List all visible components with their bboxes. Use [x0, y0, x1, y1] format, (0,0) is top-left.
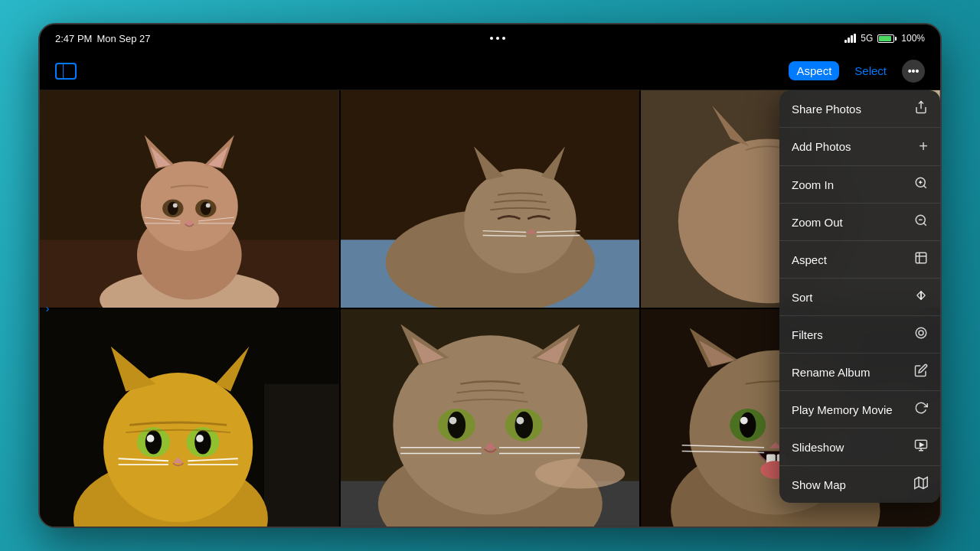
date-display: Mon Sep 27 [96, 33, 150, 44]
svg-point-110 [740, 417, 748, 425]
svg-point-89 [514, 412, 532, 439]
more-button[interactable]: ••• [902, 60, 925, 83]
menu-item-show-map[interactable]: Show Map [779, 466, 940, 503]
map-icon [914, 476, 928, 493]
dropdown-menu: Share Photos Add Photos + Zoom In [779, 90, 940, 503]
svg-point-131 [916, 328, 926, 338]
cat-photo-1 [40, 90, 339, 308]
slideshow-icon [914, 439, 928, 455]
status-left: 2:47 PM Mon Sep 27 [55, 33, 151, 44]
zoom-out-icon [914, 214, 928, 230]
svg-point-61 [147, 435, 155, 442]
signal-bar-2 [848, 37, 850, 43]
battery-fill [879, 36, 891, 41]
dot1 [490, 37, 493, 40]
select-button[interactable]: Select [848, 61, 893, 80]
show-map-label: Show Map [792, 478, 846, 491]
nav-right: Aspect Select ••• [789, 60, 925, 83]
svg-point-97 [535, 458, 625, 488]
nav-left [55, 63, 77, 80]
svg-point-132 [919, 331, 923, 335]
share-icon [914, 100, 928, 117]
signal-bars [844, 34, 856, 43]
add-icon: + [919, 138, 928, 155]
memory-icon [914, 401, 928, 418]
status-right: 5G 100% [844, 33, 925, 44]
svg-point-90 [449, 417, 456, 425]
aspect-icon [914, 251, 928, 268]
signal-bar-4 [854, 34, 856, 43]
svg-point-14 [206, 203, 211, 207]
aspect-menu-label: Aspect [792, 253, 827, 266]
svg-marker-136 [920, 443, 924, 447]
svg-rect-128 [916, 253, 926, 263]
battery-percent: 100% [901, 33, 925, 44]
svg-point-59 [145, 430, 162, 454]
sort-icon [914, 289, 928, 305]
battery-tip [895, 37, 897, 41]
cat-photo-2 [341, 90, 640, 308]
cat-photo-5 [341, 309, 640, 527]
svg-line-29 [482, 235, 526, 236]
svg-point-108 [740, 412, 756, 438]
rename-album-label: Rename Album [792, 366, 871, 379]
signal-bar-3 [851, 35, 853, 43]
signal-bar-1 [844, 40, 847, 43]
menu-item-aspect[interactable]: Aspect [779, 241, 940, 279]
photo-cell-2[interactable] [341, 90, 640, 308]
slideshow-label: Slideshow [792, 441, 844, 454]
time-display: 2:47 PM [55, 33, 92, 44]
svg-point-88 [447, 412, 465, 439]
add-photos-label: Add Photos [792, 140, 851, 153]
tablet-frame: 2:47 PM Mon Sep 27 5G 100% [38, 23, 942, 528]
signal-type: 5G [861, 33, 873, 44]
aspect-button[interactable]: Aspect [789, 61, 839, 80]
sidebar-toggle-button[interactable] [55, 63, 77, 80]
sidebar-collapse-indicator: › [40, 302, 55, 315]
svg-point-13 [173, 203, 178, 207]
dot2 [496, 37, 499, 40]
sort-label: Sort [792, 291, 813, 304]
menu-item-slideshow[interactable]: Slideshow [779, 429, 940, 466]
dot3 [502, 37, 505, 40]
play-memory-label: Play Memory Movie [792, 403, 893, 416]
svg-point-24 [464, 169, 576, 274]
photos-area: Share Photos Add Photos + Zoom In [40, 90, 940, 527]
svg-point-91 [516, 417, 524, 425]
share-photos-label: Share Photos [792, 103, 861, 116]
menu-item-play-memory[interactable]: Play Memory Movie [779, 391, 940, 429]
main-content: Aspect Select ••• Harvie [40, 52, 940, 527]
svg-point-62 [196, 435, 204, 442]
filters-icon [914, 326, 928, 343]
svg-line-31 [537, 235, 580, 236]
svg-point-4 [141, 161, 238, 251]
zoom-in-icon [914, 176, 928, 193]
more-icon: ••• [908, 65, 920, 77]
menu-item-zoom-in[interactable]: Zoom In [779, 166, 940, 204]
photo-cell-1[interactable] [40, 90, 339, 308]
zoom-out-label: Zoom Out [792, 216, 843, 229]
battery-icon [877, 34, 897, 43]
svg-marker-137 [915, 478, 928, 489]
rename-icon [914, 364, 928, 380]
menu-item-filters[interactable]: Filters [779, 316, 940, 354]
photo-cell-5[interactable] [341, 309, 640, 527]
filters-label: Filters [792, 328, 823, 341]
status-center [490, 37, 505, 40]
menu-item-sort[interactable]: Sort [779, 279, 940, 316]
photo-cell-4[interactable] [40, 309, 339, 527]
svg-rect-52 [264, 384, 339, 527]
svg-point-54 [103, 373, 253, 522]
menu-item-zoom-out[interactable]: Zoom Out [779, 204, 940, 241]
zoom-in-label: Zoom In [792, 178, 834, 191]
menu-item-add-photos[interactable]: Add Photos + [779, 128, 940, 166]
menu-item-rename-album[interactable]: Rename Album [779, 354, 940, 391]
cat-photo-4 [40, 309, 339, 527]
svg-line-126 [923, 223, 926, 225]
menu-item-share-photos[interactable]: Share Photos [779, 90, 940, 128]
battery-body [877, 34, 894, 43]
status-bar: 2:47 PM Mon Sep 27 5G 100% [40, 24, 940, 52]
svg-point-60 [194, 430, 211, 454]
svg-line-122 [923, 185, 926, 187]
nav-bar: Aspect Select ••• [40, 52, 940, 90]
